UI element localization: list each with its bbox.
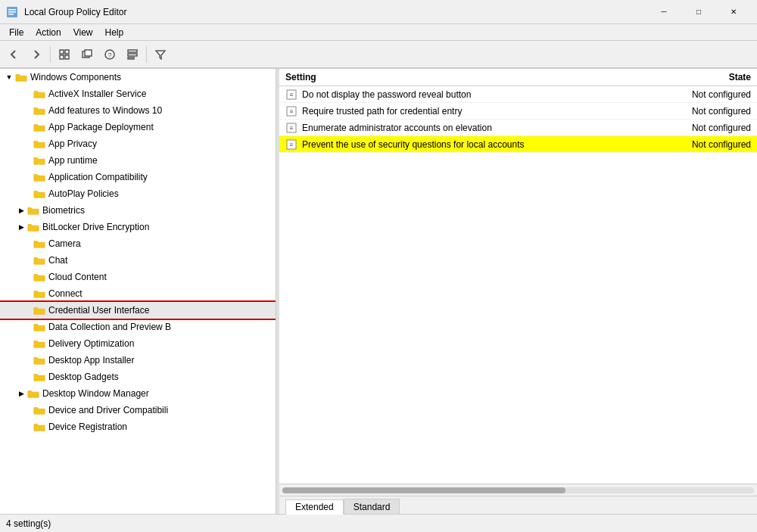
label-autoplay: AutoPlay Policies: [48, 188, 119, 199]
tree-item-autoplay[interactable]: ▶ AutoPlay Policies: [0, 185, 276, 202]
tree-item-desktop-wm[interactable]: ▶ Desktop Window Manager: [0, 385, 276, 402]
menu-help[interactable]: Help: [99, 26, 130, 39]
label-activex: ActiveX Installer Service: [48, 89, 146, 99]
folder-icon-desktop-app: [33, 354, 45, 366]
expander-desktop-wm[interactable]: ▶: [15, 387, 27, 400]
window-controls[interactable]: ─ □ ✕: [646, 0, 751, 24]
back-button[interactable]: [3, 44, 24, 65]
menu-action[interactable]: Action: [30, 26, 67, 39]
tree-item-chat[interactable]: ▶ Chat: [0, 252, 276, 269]
scrollbar-thumb[interactable]: [282, 487, 565, 493]
tree-item-device-reg[interactable]: ▶ Device Registration: [0, 418, 276, 435]
folder-icon-activex: [33, 88, 45, 100]
tree-item-app-runtime[interactable]: ▶ App runtime: [0, 152, 276, 169]
folder-icon-app-compat: [33, 171, 45, 183]
folder-icon-desktop-wm: [27, 387, 39, 400]
content-row-4[interactable]: ≡ Prevent the use of security questions …: [279, 136, 757, 153]
row-state-2: Not configured: [660, 106, 751, 117]
tree-item-camera[interactable]: ▶ Camera: [0, 235, 276, 252]
folder-icon-app-package: [33, 121, 45, 133]
tree-panel[interactable]: ▼ Windows Components ▶ ActiveX Installer…: [0, 69, 276, 514]
tree-item-windows-components[interactable]: ▼ Windows Components: [0, 69, 276, 86]
status-bar: 4 setting(s): [0, 514, 757, 532]
content-row-2[interactable]: ≡ Require trusted path for credential en…: [279, 103, 757, 120]
help-button[interactable]: ?: [99, 44, 120, 65]
tree-label-windows-components: Windows Components: [30, 72, 121, 82]
folder-icon-bitlocker: [27, 221, 39, 233]
row-state-4: Not configured: [660, 139, 751, 150]
label-camera: Camera: [48, 238, 81, 249]
label-data-collection: Data Collection and Preview B: [48, 322, 171, 332]
tab-extended[interactable]: Extended: [285, 499, 344, 515]
tree-item-credential-ui[interactable]: ▶ Credential User Interface: [0, 302, 276, 319]
tab-standard-label: Standard: [354, 502, 391, 512]
label-desktop-wm: Desktop Window Manager: [42, 388, 149, 399]
label-app-privacy: App Privacy: [48, 138, 97, 149]
tab-extended-label: Extended: [295, 502, 334, 512]
tree-item-bitlocker[interactable]: ▶ BitLocker Drive Encryption: [0, 219, 276, 235]
toolbar: ?: [0, 41, 757, 68]
expander-bitlocker[interactable]: ▶: [15, 221, 27, 233]
tree-item-app-privacy[interactable]: ▶ App Privacy: [0, 135, 276, 152]
content-panel: Setting State ≡ Do not display the passw…: [279, 69, 757, 514]
folder-icon-connect: [33, 288, 45, 300]
tree-item-device-driver[interactable]: ▶ Device and Driver Compatibili: [0, 402, 276, 418]
content-header: Setting State: [279, 69, 757, 86]
content-rows: ≡ Do not display the password reveal but…: [279, 86, 757, 484]
svg-rect-2: [8, 11, 16, 13]
folder-icon-data-collection: [33, 321, 45, 333]
content-row-3[interactable]: ≡ Enumerate administrator accounts on el…: [279, 120, 757, 136]
tree-item-connect[interactable]: ▶ Connect: [0, 285, 276, 302]
svg-rect-14: [128, 58, 134, 59]
tree-item-data-collection[interactable]: ▶ Data Collection and Preview B: [0, 319, 276, 335]
folder-icon-desktop-gadgets: [33, 371, 45, 383]
minimize-button[interactable]: ─: [646, 0, 681, 24]
folder-icon-autoplay: [33, 188, 45, 200]
policy-icon-2: ≡: [285, 105, 298, 117]
content-row-1[interactable]: ≡ Do not display the password reveal but…: [279, 86, 757, 103]
column-header-state: State: [660, 72, 751, 82]
expander-windows-components[interactable]: ▼: [3, 71, 15, 83]
window-title: Local Group Policy Editor: [24, 7, 126, 17]
label-bitlocker: BitLocker Drive Encryption: [42, 222, 149, 232]
policy-icon-3: ≡: [285, 122, 298, 134]
row-setting-3: Enumerate administrator accounts on elev…: [302, 123, 660, 133]
policy-icon-4: ≡: [285, 138, 298, 151]
label-app-runtime: App runtime: [48, 155, 98, 166]
show-standard-button[interactable]: [122, 44, 143, 65]
menu-view[interactable]: View: [67, 26, 99, 39]
tree-item-app-compat[interactable]: ▶ Application Compatibility: [0, 169, 276, 185]
tree-item-biometrics[interactable]: ▶ Biometrics: [0, 202, 276, 219]
tree-item-add-features[interactable]: ▶ Add features to Windows 10: [0, 102, 276, 119]
tree-item-cloud[interactable]: ▶ Cloud Content: [0, 269, 276, 285]
row-state-1: Not configured: [660, 89, 751, 100]
tab-standard[interactable]: Standard: [344, 499, 400, 514]
folder-icon-app-runtime: [33, 154, 45, 166]
folder-icon-biometrics: [27, 204, 39, 216]
forward-button[interactable]: [26, 44, 47, 65]
tree-item-desktop-app[interactable]: ▶ Desktop App Installer: [0, 352, 276, 369]
close-button[interactable]: ✕: [716, 0, 751, 24]
show-hide-button[interactable]: [54, 44, 75, 65]
svg-rect-4: [60, 50, 64, 54]
label-chat: Chat: [48, 255, 67, 266]
tree-item-app-package[interactable]: ▶ App Package Deployment: [0, 119, 276, 135]
tree-item-activex[interactable]: ▶ ActiveX Installer Service: [0, 86, 276, 102]
tabs-bar: Extended Standard: [279, 496, 757, 514]
menu-file[interactable]: File: [3, 26, 30, 39]
new-window-button[interactable]: [76, 44, 98, 65]
row-setting-1: Do not display the password reveal butto…: [302, 89, 660, 100]
folder-icon-app-privacy: [33, 138, 45, 150]
svg-text:?: ?: [107, 51, 111, 59]
tree-item-delivery-opt[interactable]: ▶ Delivery Optimization: [0, 335, 276, 352]
label-biometrics: Biometrics: [42, 205, 85, 216]
toolbar-separator-1: [50, 46, 51, 63]
maximize-button[interactable]: □: [681, 0, 716, 24]
svg-rect-7: [65, 55, 69, 59]
filter-button[interactable]: [150, 44, 171, 65]
tree-item-desktop-gadgets[interactable]: ▶ Desktop Gadgets: [0, 369, 276, 385]
main-container: ▼ Windows Components ▶ ActiveX Installer…: [0, 68, 757, 514]
expander-biometrics[interactable]: ▶: [15, 204, 27, 216]
horizontal-scrollbar[interactable]: [282, 487, 754, 493]
svg-rect-6: [60, 55, 64, 59]
